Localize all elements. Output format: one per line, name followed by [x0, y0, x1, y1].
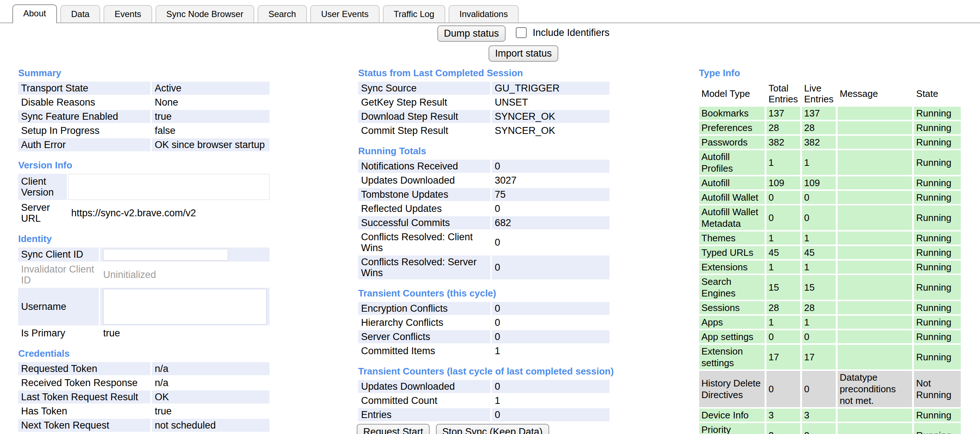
total-entries-cell: 0 [767, 205, 800, 230]
live-entries-cell: 28 [802, 121, 836, 134]
tab-about[interactable]: About [12, 4, 57, 23]
tab-sync-node-browser[interactable]: Sync Node Browser [156, 5, 254, 22]
include-identifiers-checkbox[interactable] [516, 27, 527, 38]
field-value: OK since browser startup [152, 138, 269, 151]
dump-status-button[interactable]: Dump status [438, 25, 506, 42]
model-type-cell: Apps [699, 316, 765, 329]
tab-invalidations[interactable]: Invalidations [449, 5, 519, 22]
field-value: 0 [492, 160, 609, 173]
field-label: Sync Feature Enabled [18, 110, 150, 123]
left-column: Summary Transport StateActiveDisable Rea… [17, 68, 271, 433]
include-identifiers-label[interactable]: Include Identifiers [533, 27, 609, 38]
field-label: Hierarchy Conflicts [358, 316, 490, 329]
stop-sync-keep-data-button[interactable]: Stop Sync (Keep Data) [436, 424, 549, 434]
field-label: Requested Token [18, 362, 150, 375]
total-entries-cell: 1 [767, 316, 800, 329]
state-cell: Not Running [914, 371, 961, 407]
last-session-table: Sync SourceGU_TRIGGERGetKey Step ResultU… [357, 81, 611, 138]
section-title-running-totals: Running Totals [358, 146, 614, 157]
right-column: Type Info Model TypeTotal EntriesLive En… [697, 68, 963, 434]
field-value: Active [152, 82, 269, 95]
field-value: n/a [152, 362, 269, 375]
field-label: Reflected Updates [358, 202, 490, 215]
transient-last-cycle-table: Updates Downloaded0Committed Count1Entri… [357, 379, 611, 422]
live-entries-cell: 382 [802, 136, 836, 149]
state-cell: Running [914, 301, 961, 314]
state-cell: Running [914, 316, 961, 329]
tab-search[interactable]: Search [258, 5, 307, 22]
table-row: Client Version [18, 174, 269, 200]
column-header: Model Type [699, 82, 765, 105]
field-label: Download Step Result [358, 110, 490, 123]
sync-action-buttons: Request Start Stop Sync (Keep Data) Disa… [357, 424, 614, 434]
server-url-value: https://sync-v2.brave.com/v2 [68, 201, 269, 225]
field-label: Received Token Response [18, 376, 150, 390]
live-entries-cell: 0 [802, 205, 836, 230]
type-info-table: Model TypeTotal EntriesLive EntriesMessa… [697, 81, 963, 434]
tab-data[interactable]: Data [60, 5, 100, 22]
dump-status-row: Dump status Include Identifiers [67, 25, 980, 42]
message-cell [838, 423, 912, 434]
field-value: 3027 [492, 174, 609, 187]
field-value: not scheduled [152, 419, 269, 432]
table-row: Received Token Responsen/a [18, 376, 269, 390]
is-primary-value: true [100, 326, 269, 340]
model-type-cell: Device Info [699, 409, 765, 422]
live-entries-cell: 2 [802, 423, 836, 434]
message-cell [838, 275, 912, 300]
state-cell: Running [914, 191, 961, 204]
message-cell [838, 330, 912, 343]
sync-client-id-input[interactable] [103, 249, 228, 261]
state-cell: Running [914, 121, 961, 134]
table-row: Successful Commits682 [358, 216, 609, 229]
table-row: Conflicts Resolved: Client Wins0 [358, 230, 609, 254]
state-cell: Running [914, 205, 961, 230]
live-entries-cell: 17 [802, 345, 836, 369]
total-entries-cell: 17 [767, 345, 800, 369]
middle-column: Status from Last Completed Session Sync … [357, 68, 614, 434]
state-cell: Running [914, 246, 961, 259]
tab-events[interactable]: Events [103, 5, 152, 22]
total-entries-cell: 1 [767, 231, 800, 245]
table-row: Tombstone Updates75 [358, 188, 609, 201]
state-cell: Running [914, 107, 961, 120]
field-value: SYNCER_OK [492, 124, 609, 137]
invalidator-client-id-value: Uninitialized [100, 263, 269, 287]
model-type-cell: Bookmarks [699, 107, 765, 120]
live-entries-cell: 28 [802, 301, 836, 314]
model-type-cell: Autofill Wallet [699, 191, 765, 204]
request-start-button[interactable]: Request Start [357, 424, 430, 434]
live-entries-cell: 1 [802, 261, 836, 274]
type-info-row: Preferences2828Running [699, 121, 961, 134]
table-row: Reflected Updates0 [358, 202, 609, 215]
live-entries-cell: 0 [802, 330, 836, 343]
field-label: Updates Downloaded [358, 380, 490, 393]
message-cell [838, 205, 912, 230]
field-value: 0 [492, 230, 609, 254]
state-cell: Running [914, 136, 961, 149]
client-version-box [68, 174, 269, 200]
table-row: Download Step ResultSYNCER_OK [358, 110, 609, 123]
live-entries-cell: 1 [802, 231, 836, 245]
field-label: Committed Items [358, 344, 490, 358]
table-row: Sync Feature Enabledtrue [18, 110, 269, 123]
state-cell: Running [914, 176, 961, 189]
message-cell [838, 191, 912, 204]
table-row: Committed Count1 [358, 394, 609, 407]
table-row: Has Tokentrue [18, 405, 269, 418]
field-value: 0 [492, 408, 609, 421]
tab-user-events[interactable]: User Events [310, 5, 380, 22]
message-cell [838, 301, 912, 314]
section-title-transient-last-cycle: Transient Counters (last cycle of last c… [358, 366, 614, 377]
type-info-row: Autofill Wallet00Running [699, 191, 961, 204]
total-entries-cell: 45 [767, 246, 800, 259]
state-cell: Running [914, 261, 961, 274]
table-row: Sync Client ID [18, 247, 269, 261]
field-value: false [152, 124, 269, 137]
state-cell: Running [914, 275, 961, 300]
import-status-button[interactable]: Import status [488, 45, 558, 62]
tab-traffic-log[interactable]: Traffic Log [383, 5, 445, 22]
section-title-version-info: Version Info [18, 160, 271, 171]
type-info-row: Search Engines1515Running [699, 275, 961, 300]
username-textarea[interactable] [103, 289, 267, 325]
